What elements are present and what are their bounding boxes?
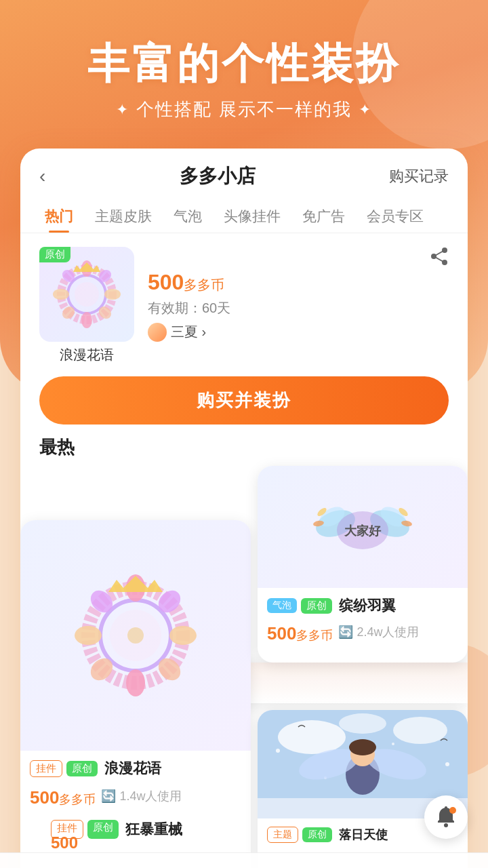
- item-price-bubble: 500多多币: [267, 623, 333, 644]
- item-name-frame: 浪漫花语: [104, 759, 161, 778]
- svg-point-29: [127, 627, 144, 644]
- svg-text:大家好: 大家好: [344, 524, 382, 538]
- svg-point-66: [449, 807, 456, 814]
- tab-theme-skin[interactable]: 主题皮肤: [84, 200, 163, 233]
- tab-bubble[interactable]: 气泡: [163, 200, 213, 233]
- card-header: ‹ 多多小店 购买记录: [20, 149, 468, 200]
- hero-subtitle-text: 个性搭配 展示不一样的我: [136, 98, 351, 121]
- item-users-frame: 🔄 1.4w人使用: [101, 788, 182, 804]
- bubble-illustration: 大家好: [312, 486, 413, 568]
- buy-button[interactable]: 购买并装扮: [39, 376, 449, 425]
- item-card-bubble[interactable]: 大家好 气泡 原创 缤纷羽翼 500多多币 🔄 2.4w人使用: [258, 466, 468, 663]
- product-frame-image: [49, 257, 124, 332]
- product-price: 500: [148, 270, 184, 294]
- tag-theme: 主题: [267, 827, 298, 843]
- svg-point-43: [339, 713, 386, 734]
- item-name-bubble: 缤纷羽翼: [339, 596, 396, 615]
- hero-section: 丰富的个性装扮 ✦ 个性搭配 展示不一样的我 ✦: [0, 0, 488, 121]
- robot-button[interactable]: [424, 795, 468, 839]
- item-tags-frame: 挂件 原创 浪漫花语: [30, 759, 241, 778]
- mech-price-row: 500: [51, 833, 78, 852]
- svg-point-42: [393, 717, 447, 744]
- svg-point-53: [349, 739, 376, 755]
- svg-point-2: [75, 282, 99, 307]
- tag-bubble-type: 气泡: [267, 598, 297, 613]
- sparkle-left: ✦: [116, 101, 129, 119]
- item-name-mech: 狂暴重械: [125, 820, 182, 839]
- tab-no-ads[interactable]: 免广告: [291, 200, 356, 233]
- product-info: 500多多币 有效期：60天 三夏 ›: [148, 270, 449, 342]
- cards-grid-area: 挂件 原创 浪漫花语 500多多币 🔄 1.4w人使用: [20, 466, 468, 868]
- item-image-bubble: 大家好: [258, 466, 468, 588]
- svg-marker-28: [108, 576, 163, 592]
- tab-avatar-pendant[interactable]: 头像挂件: [213, 200, 291, 233]
- tag-original-frame: 原创: [66, 761, 98, 776]
- tab-hot[interactable]: 热门: [34, 200, 84, 233]
- product-currency: 多多币: [184, 277, 224, 292]
- svg-point-45: [392, 743, 394, 745]
- item-users-bubble: 🔄 2.4w人使用: [338, 624, 419, 640]
- svg-point-22: [75, 626, 102, 645]
- item-card-frame[interactable]: 挂件 原创 浪漫花语 500多多币 🔄 1.4w人使用: [20, 520, 251, 868]
- svg-point-21: [126, 669, 145, 696]
- hero-title: 丰富的个性装扮: [0, 41, 488, 87]
- purchase-record-button[interactable]: 购买记录: [389, 166, 449, 186]
- tabs-row: 热门 主题皮肤 气泡 头像挂件 免广告 会员专区: [20, 200, 468, 233]
- svg-point-64: [444, 823, 448, 827]
- author-name[interactable]: 三夏 ›: [171, 323, 206, 341]
- shop-title: 多多小店: [180, 163, 256, 189]
- svg-point-44: [276, 749, 280, 753]
- tab-member[interactable]: 会员专区: [356, 200, 434, 233]
- product-price-row: 500多多币: [148, 270, 449, 295]
- item-price-frame: 500多多币: [30, 787, 96, 808]
- product-name-below: 浪漫花语: [39, 346, 134, 364]
- original-badge: 原创: [39, 247, 70, 262]
- svg-line-16: [434, 256, 445, 262]
- product-validity: 有效期：60天: [148, 299, 449, 317]
- svg-point-23: [169, 626, 197, 645]
- product-author-row: 三夏 ›: [148, 323, 449, 342]
- item-info-frame: 挂件 原创 浪漫花语 500多多币 🔄 1.4w人使用: [20, 751, 251, 816]
- item-card-anime[interactable]: 主题 原创 落日天使: [258, 710, 468, 868]
- mech-price: 500: [51, 833, 78, 852]
- share-button[interactable]: [430, 247, 449, 271]
- item-image-frame: [20, 520, 251, 751]
- sparkle-right: ✦: [359, 101, 372, 119]
- tag-pendant: 挂件: [30, 760, 62, 777]
- product-detail: 原创 浪漫花语 500多多币 有效期：60天 三夏 ›: [20, 233, 468, 364]
- bottom-nav: CBI: [0, 852, 488, 868]
- hero-subtitle: ✦ 个性搭配 展示不一样的我 ✦: [0, 98, 488, 121]
- item-name-anime: 落日天使: [339, 827, 388, 843]
- section-hot-label: 最热: [20, 425, 468, 459]
- svg-point-6: [104, 289, 121, 300]
- svg-marker-11: [73, 262, 100, 272]
- svg-point-65: [445, 806, 447, 809]
- author-avatar: [148, 323, 167, 342]
- svg-point-46: [445, 762, 449, 766]
- svg-point-5: [53, 289, 69, 300]
- svg-line-15: [434, 250, 445, 256]
- svg-point-41: [278, 720, 346, 754]
- tag-original-mech: 原创: [87, 820, 119, 839]
- card-wrapper: ‹ 多多小店 购买记录 热门 主题皮肤 气泡 头像挂件 免广告 会员专区: [20, 149, 468, 868]
- tag-original-anime: 原创: [302, 827, 332, 842]
- robot-icon: [434, 805, 458, 829]
- back-button[interactable]: ‹: [39, 165, 45, 187]
- item-tags-bubble: 气泡 原创 缤纷羽翼: [267, 596, 458, 615]
- svg-point-4: [81, 312, 92, 328]
- frame-illustration: [68, 568, 203, 703]
- product-image-box: 原创: [39, 247, 134, 342]
- main-card: ‹ 多多小店 购买记录 热门 主题皮肤 气泡 头像挂件 免广告 会员专区: [20, 149, 468, 868]
- item-info-bubble: 气泡 原创 缤纷羽翼 500多多币 🔄 2.4w人使用: [258, 588, 468, 652]
- tag-original-bubble: 原创: [301, 598, 332, 614]
